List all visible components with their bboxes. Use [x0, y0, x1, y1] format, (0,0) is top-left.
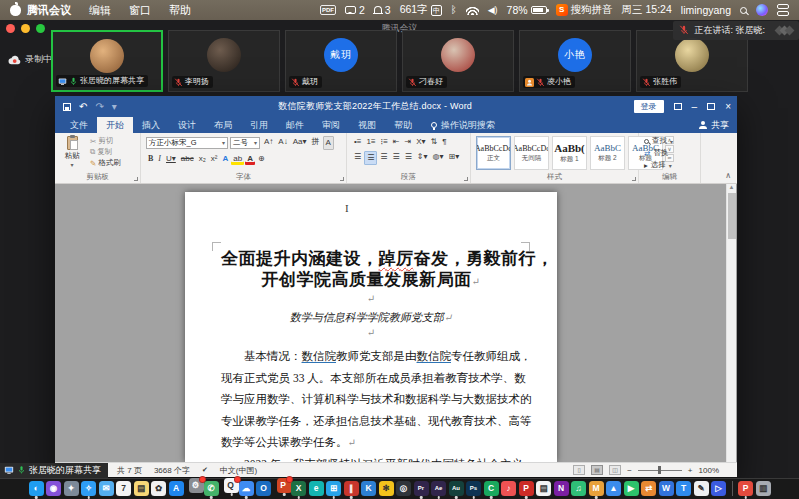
dock-calendar[interactable]: 7 — [116, 481, 131, 496]
copy-button[interactable]: ⧉复制 — [90, 147, 121, 157]
font-dialog-launcher[interactable] — [340, 177, 344, 181]
sort[interactable]: ⇅ — [429, 136, 440, 148]
dock-siri[interactable]: ◉ — [46, 481, 61, 496]
control-center-icon[interactable] — [777, 4, 789, 16]
tab-审阅[interactable]: 审阅 — [313, 117, 349, 133]
phonetic-guide[interactable]: 拼 — [310, 136, 322, 150]
wifi-icon[interactable] — [466, 6, 479, 15]
read-mode-icon[interactable]: ▯ — [573, 465, 585, 475]
italic[interactable]: I — [156, 153, 163, 165]
participant-tile[interactable]: 小艳凌小艳 — [519, 30, 631, 92]
enclose-characters[interactable]: ⊕ — [256, 153, 267, 165]
dock-music[interactable]: ♪ — [501, 481, 516, 496]
tab-布局[interactable]: 布局 — [205, 117, 241, 133]
zoom-in-icon[interactable]: + — [688, 466, 693, 475]
undo-icon[interactable]: ↶ — [79, 102, 87, 112]
print-layout-icon[interactable]: ▤ — [591, 465, 603, 475]
notification-status-item[interactable]: 3 — [374, 4, 391, 16]
dock-system-preferences[interactable]: ⚙ — [189, 478, 204, 493]
dock-audition[interactable]: Au — [449, 481, 464, 496]
dock-textedit[interactable]: ✎ — [694, 481, 709, 496]
dock-parallels-desktop[interactable]: ∥ — [344, 481, 359, 496]
dock-app-store[interactable]: A — [169, 481, 184, 496]
menubar-menu-0[interactable]: 腾讯会议 — [27, 3, 71, 18]
close-button[interactable]: × — [725, 102, 731, 112]
scroll-up-icon[interactable]: ▲ — [729, 184, 735, 190]
dock-notes[interactable]: ▤ — [134, 481, 149, 496]
menubar-menu-2[interactable]: 窗口 — [129, 3, 151, 18]
strikethrough[interactable]: abc — [179, 153, 196, 165]
dock-baidu-netdisk[interactable]: ▲ — [606, 481, 621, 496]
dock-camtasia[interactable]: C — [484, 481, 499, 496]
dock-pdf-reader[interactable]: P — [519, 481, 534, 496]
share-button[interactable]: 共享 — [699, 119, 729, 132]
save-icon[interactable] — [63, 103, 71, 111]
siri-icon[interactable] — [756, 4, 768, 16]
style-标题 1[interactable]: AaBb(标题 1 — [552, 136, 587, 170]
tab-引用[interactable]: 引用 — [241, 117, 277, 133]
ribbon-display-options-icon[interactable] — [674, 103, 682, 110]
paste-button[interactable]: 粘贴 ▾ — [60, 136, 84, 172]
menubar-menu-3[interactable]: 帮助 — [169, 3, 191, 18]
participant-tile[interactable]: 张居晓的屏幕共享 — [51, 30, 163, 92]
find-button[interactable]: 查找▾ — [644, 136, 695, 146]
bullets[interactable]: •≡ — [352, 136, 363, 148]
dock-after-effects[interactable]: Ae — [431, 481, 446, 496]
dock-mail[interactable]: ✉ — [99, 481, 114, 496]
bold[interactable]: B — [146, 153, 155, 165]
ime-status-item[interactable]: S搜狗拼音 — [556, 3, 613, 17]
decrease-indent[interactable]: ⇤ — [391, 136, 402, 148]
paragraph-dialog-launcher[interactable] — [464, 177, 468, 181]
page-count[interactable]: 共 7 页 — [117, 465, 142, 476]
dock-keynote[interactable]: K — [361, 481, 376, 496]
vertical-scrollbar[interactable]: ▲ — [726, 184, 736, 462]
scrollbar-thumb[interactable] — [728, 193, 736, 239]
tab-开始[interactable]: 开始 — [97, 117, 133, 133]
shrink-font[interactable]: A↓ — [276, 136, 289, 150]
underline[interactable]: U▾ — [164, 153, 178, 165]
bluetooth-icon[interactable]: ᛒ — [451, 5, 457, 15]
proofing-icon[interactable]: ✔ — [202, 466, 208, 474]
align-left[interactable]: ☰ — [352, 151, 363, 165]
sign-in-button[interactable]: 登录 — [634, 100, 664, 113]
redo-icon[interactable]: ↷ — [95, 102, 103, 112]
show-marks[interactable]: ¶ — [440, 136, 448, 148]
highlight[interactable]: ab — [231, 153, 244, 165]
replace-button[interactable]: ⇄替换 — [644, 148, 695, 158]
align-center[interactable]: ☰ — [364, 151, 377, 165]
font-color[interactable]: A — [245, 153, 255, 165]
document-page[interactable]: 全面提升内涵建设，踔厉奋发，勇毅前行，开创学院高质量发展新局面↵↵数学与信息科学… — [185, 192, 557, 462]
dock-onenote[interactable]: N — [554, 481, 569, 496]
dock-safari[interactable]: ✧ — [81, 481, 96, 496]
word-count-status[interactable]: 3668 个字 — [154, 465, 190, 476]
word-count-item[interactable]: 661字中 — [400, 3, 442, 17]
dock-excel[interactable]: X — [291, 481, 306, 496]
dock-powerpoint[interactable]: P — [277, 478, 292, 493]
superscript[interactable]: x² — [209, 153, 220, 165]
search-icon[interactable] — [740, 7, 747, 14]
tell-me-search[interactable]: 操作说明搜索 — [431, 119, 495, 132]
language-status[interactable]: 中文(中国) — [220, 465, 257, 476]
menubar-menu-1[interactable]: 编辑 — [89, 3, 111, 18]
participant-tile[interactable]: 刁春好 — [402, 30, 514, 92]
dock-books[interactable]: ▤ — [536, 481, 551, 496]
dock-finder[interactable]: ◐ — [29, 481, 44, 496]
chat-status-item[interactable]: 2 — [345, 4, 365, 16]
dock-qq-browser[interactable]: e — [309, 481, 324, 496]
restore-button[interactable] — [707, 103, 715, 110]
collapse-ribbon-icon[interactable]: ∧ — [725, 171, 731, 180]
battery-status-item[interactable]: 78% — [507, 4, 547, 16]
dock-premiere-pro[interactable]: Pr — [414, 481, 429, 496]
document-canvas[interactable]: 全面提升内涵建设，踔厉奋发，勇毅前行，开创学院高质量发展新局面↵↵数学与信息科学… — [55, 184, 737, 462]
style-标题 2[interactable]: AaBbC标题 2 — [590, 136, 625, 170]
zoom-slider[interactable] — [638, 470, 682, 471]
font-family-select[interactable]: 方正小标宋_G▾ — [146, 137, 228, 149]
dock-lemon-cleaner[interactable]: ✻ — [379, 481, 394, 496]
tab-文件[interactable]: 文件 — [61, 117, 97, 133]
line-spacing[interactable]: ⇕▾ — [415, 151, 430, 165]
dock-file-transfer[interactable]: ⇄ — [641, 481, 656, 496]
font-size-select[interactable]: 二号▾ — [230, 137, 260, 149]
dock-wechat[interactable]: ✆ — [204, 481, 219, 496]
character-shading[interactable]: A — [323, 136, 334, 150]
zoom-out-icon[interactable]: − — [627, 466, 632, 475]
